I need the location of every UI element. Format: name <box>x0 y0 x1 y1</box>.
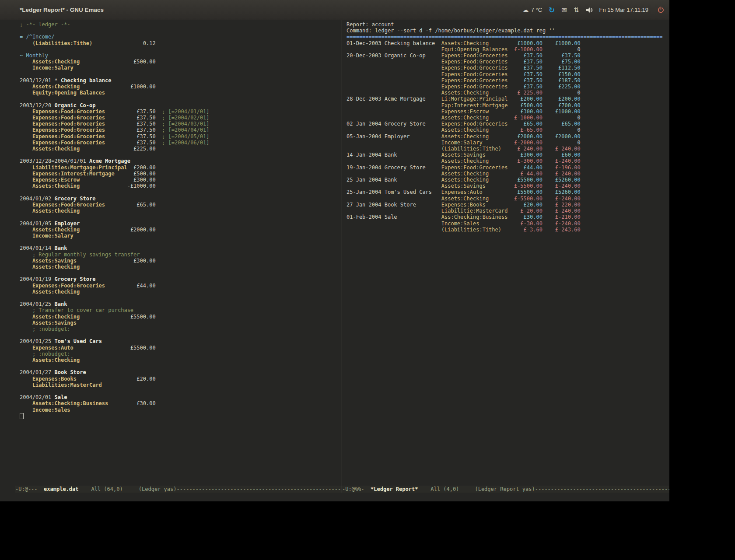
register-row[interactable]: 20-Dec-2003 Organic Co-op Expens:Food:Gr… <box>346 52 669 59</box>
ledger-line[interactable]: 2004/01/25 Tom's Used Cars <box>20 338 342 344</box>
register-row[interactable]: Exp:Interest:Mortgage £500.00 £700.00 <box>346 102 669 108</box>
ledger-line[interactable]: ; -*- ledger -*- <box>20 21 342 28</box>
mail-icon[interactable]: ✉ <box>561 6 567 14</box>
ledger-line[interactable]: Expenses:Auto £5500.00 <box>20 345 342 351</box>
ledger-line[interactable]: ; :nobudget: <box>20 326 342 332</box>
ledger-line[interactable]: Assets:Checking £2000.00 <box>20 227 342 233</box>
register-row[interactable]: 01-Feb-2004 Sale Ass:Checking:Business £… <box>346 214 669 220</box>
ledger-line[interactable]: ; Transfer to cover car purchase <box>20 307 342 313</box>
register-row[interactable]: Income:Salary £-2000.00 0 <box>346 140 669 146</box>
ledger-line[interactable] <box>20 46 342 52</box>
ledger-line[interactable] <box>20 388 342 394</box>
report-header-line[interactable]: Report: account <box>346 21 669 28</box>
ledger-line[interactable]: (Liabilities:Tithe) 0.12 <box>20 40 342 46</box>
clock[interactable]: Fri 15 Mar 17:11:19 <box>599 7 648 13</box>
ledger-line[interactable]: Expenses:Food:Groceries £37.50 ; [=2004/… <box>20 121 342 127</box>
ledger-line[interactable] <box>20 332 342 338</box>
ledger-line[interactable]: Equity:Opening Balances <box>20 90 342 96</box>
ledger-line[interactable]: Expenses:Food:Groceries £65.00 <box>20 202 342 208</box>
ledger-line[interactable]: 2003/12/01 * Checking balance <box>20 77 342 84</box>
register-row[interactable]: Expens:Food:Groceries £37.50 £187.50 <box>346 77 669 84</box>
ledger-file-buffer[interactable]: ; -*- ledger -*- = /^Income/ (Liabilitie… <box>15 20 342 486</box>
weather-widget[interactable]: ☁ 7 °C <box>522 6 542 14</box>
register-row[interactable]: Assets:Checking £-44.00 £-240.00 <box>346 171 669 177</box>
register-row[interactable]: Assets:Checking £-1000.00 0 <box>346 115 669 121</box>
ledger-line[interactable]: Expenses:Interest:Mortgage £500.00 <box>20 171 342 177</box>
ledger-line[interactable]: Assets:Checking -£225.00 <box>20 146 342 152</box>
register-row[interactable]: 28-Dec-2003 Acme Mortgage Li:Mortgage:Pr… <box>346 96 669 102</box>
ledger-line[interactable]: 2003/12/28=2004/01/01 Acme Mortgage <box>20 158 342 164</box>
ledger-line[interactable]: 2004/01/19 Grocery Store <box>20 276 342 282</box>
register-row[interactable]: Liabilitie:MasterCard £-20.00 £-240.00 <box>346 208 669 214</box>
register-row[interactable]: 25-Jan-2004 Bank Assets:Checking £5500.0… <box>346 177 669 183</box>
ledger-line[interactable]: Expenses:Food:Groceries £37.50 ; [=2004/… <box>20 115 342 121</box>
register-row[interactable]: Expens:Food:Groceries £37.50 £150.00 <box>346 71 669 77</box>
report-header-line[interactable]: Command: ledger --sort d -f /home/borbus… <box>346 28 669 34</box>
report-separator[interactable]: ========================================… <box>346 34 669 40</box>
ledger-line[interactable]: Assets:Savings £300.00 <box>20 258 342 264</box>
ledger-line[interactable]: Assets:Checking £500.00 <box>20 59 342 65</box>
modeline-left[interactable]: -U:@--- example.dat All (64,0) (Ledger y… <box>15 486 342 493</box>
ledger-line[interactable]: Income:Salary <box>20 65 342 71</box>
register-row[interactable]: 27-Jan-2004 Book Store Expenses:Books £2… <box>346 202 669 208</box>
ledger-line[interactable]: Assets:Savings <box>20 320 342 326</box>
ledger-line[interactable]: Assets:Checking -£1000.00 <box>20 183 342 189</box>
ledger-line[interactable] <box>20 96 342 102</box>
register-row[interactable]: Expens:Food:Groceries £37.50 £75.00 <box>346 59 669 65</box>
volume-icon[interactable] <box>586 7 593 13</box>
ledger-line[interactable] <box>20 270 342 276</box>
ledger-line[interactable] <box>20 413 342 420</box>
ledger-line[interactable]: Expenses:Food:Groceries £44.00 <box>20 283 342 289</box>
ledger-line[interactable]: 2004/01/02 Grocery Store <box>20 196 342 202</box>
ledger-line[interactable]: Expenses:Food:Groceries £37.50 ; [=2004/… <box>20 140 342 146</box>
ledger-line[interactable]: 2003/12/20 Organic Co-op <box>20 102 342 108</box>
register-row[interactable]: 25-Jan-2004 Tom's Used Cars Expenses:Aut… <box>346 189 669 195</box>
register-row[interactable]: Expens:Food:Groceries £37.50 £225.00 <box>346 84 669 90</box>
register-row[interactable]: 14-Jan-2004 Bank Assets:Savings £300.00 … <box>346 152 669 158</box>
ledger-line[interactable]: Income:Salary <box>20 233 342 239</box>
ledger-line[interactable]: Assets:Checking:Business £30.00 <box>20 400 342 406</box>
ledger-line[interactable] <box>20 71 342 77</box>
ledger-report-buffer[interactable]: Report: accountCommand: ledger --sort d … <box>342 20 669 486</box>
register-row[interactable]: 19-Jan-2004 Grocery Store Expens:Food:Gr… <box>346 164 669 171</box>
register-row[interactable]: Income:Sales £-30.00 £-240.00 <box>346 220 669 227</box>
ledger-line[interactable] <box>20 214 342 220</box>
ledger-line[interactable]: ; Regular monthly savings transfer <box>20 252 342 258</box>
ledger-line[interactable]: ; :nobudget: <box>20 351 342 357</box>
ledger-line[interactable]: ~ Monthly <box>20 52 342 59</box>
ledger-line[interactable]: Income:Sales <box>20 407 342 413</box>
ledger-line[interactable]: 2004/01/14 Bank <box>20 245 342 251</box>
register-row[interactable]: 05-Jan-2004 Employer Assets:Checking £20… <box>346 133 669 140</box>
ledger-line[interactable]: Expenses:Food:Groceries £37.50 ; [=2004/… <box>20 133 342 140</box>
ledger-line[interactable] <box>20 152 342 158</box>
ledger-line[interactable]: Expenses:Food:Groceries £37.50 ; [=2004/… <box>20 127 342 133</box>
modeline-right[interactable]: -U:@%%- *Ledger Report* All (4,0) (Ledge… <box>342 486 669 493</box>
register-row[interactable]: Assets:Checking £-225.00 0 <box>346 90 669 96</box>
refresh-icon[interactable]: ↻ <box>549 6 555 14</box>
ledger-line[interactable]: Expenses:Food:Groceries £37.50 ; [=2004/… <box>20 108 342 115</box>
ledger-line[interactable]: Liabilities:MasterCard <box>20 382 342 388</box>
ledger-line[interactable]: 2004/01/27 Book Store <box>20 369 342 375</box>
ledger-line[interactable]: Assets:Checking <box>20 264 342 270</box>
register-row[interactable]: (Liabilities:Tithe) £-240.00 £-240.00 <box>346 146 669 152</box>
register-row[interactable]: Assets:Checking £-65.00 0 <box>346 127 669 133</box>
register-row[interactable]: Expenses:Escrow £300.00 £1000.00 <box>346 108 669 115</box>
register-row[interactable]: 01-Dec-2003 Checking balance Assets:Chec… <box>346 40 669 46</box>
ledger-line[interactable]: Assets:Checking <box>20 357 342 363</box>
register-row[interactable]: Assets:Savings £-5500.00 £-240.00 <box>346 183 669 189</box>
register-row[interactable]: Expens:Food:Groceries £37.50 £112.50 <box>346 65 669 71</box>
ledger-line[interactable]: Assets:Checking <box>20 208 342 214</box>
network-arrows-icon[interactable]: ⇅ <box>574 6 579 14</box>
ledger-line[interactable] <box>20 295 342 301</box>
ledger-line[interactable]: = /^Income/ <box>20 34 342 40</box>
ledger-line[interactable] <box>20 189 342 195</box>
ledger-line[interactable] <box>20 28 342 34</box>
ledger-line[interactable]: Expenses:Escrow £300.00 <box>20 177 342 183</box>
ledger-line[interactable]: Assets:Checking <box>20 289 342 295</box>
register-row[interactable]: Assets:Checking £-5500.00 £-240.00 <box>346 196 669 202</box>
register-row[interactable]: (Liabilities:Tithe) £-3.60 £-243.60 <box>346 227 669 233</box>
ledger-line[interactable]: 2004/01/05 Employer <box>20 220 342 227</box>
power-icon[interactable] <box>658 7 664 13</box>
ledger-line[interactable] <box>20 239 342 245</box>
register-row[interactable]: 02-Jan-2004 Grocery Store Expens:Food:Gr… <box>346 121 669 127</box>
